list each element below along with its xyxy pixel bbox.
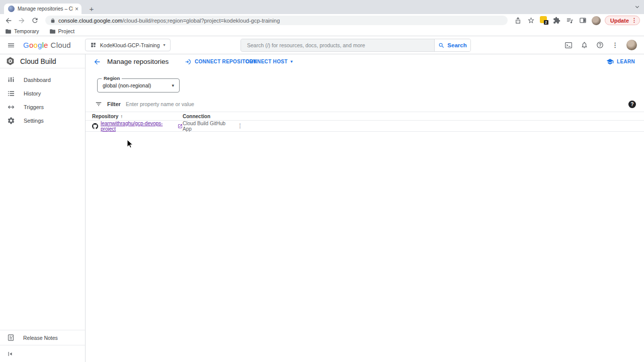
learn-button[interactable]: LEARN <box>606 54 635 69</box>
browser-toolbar: console.cloud.google.com/cloud-build/rep… <box>0 14 644 27</box>
sidebar-nav: Dashboard History Triggers Settings <box>0 68 85 127</box>
sidebar-item-dashboard[interactable]: Dashboard <box>0 73 85 86</box>
extensions-puzzle-icon[interactable] <box>552 16 561 25</box>
logo-letter: G <box>23 41 29 49</box>
product-name: Cloud Build <box>20 57 56 65</box>
column-header-connection: Connection <box>183 114 235 119</box>
table-row: learnwithraghu/gcp-devops-project Cloud … <box>86 121 644 132</box>
logo-letter: e <box>44 41 48 49</box>
sidebar: Cloud Build Dashboard History Triggers S… <box>0 54 86 362</box>
project-selector[interactable]: KodeKloud-GCP-Training ▾ <box>85 39 171 51</box>
connect-repository-icon <box>185 58 192 65</box>
region-dropdown[interactable]: Region global (non-regional) ▾ <box>97 78 180 93</box>
page-title: Manage repositories <box>107 58 169 65</box>
main-content: Region global (non-regional) ▾ Filter ? … <box>86 69 644 362</box>
sidebar-item-history[interactable]: History <box>0 86 85 100</box>
gear-icon <box>7 117 15 125</box>
sidebar-item-label: Release Notes <box>23 335 58 341</box>
bookmarks-bar: Temporary Project <box>0 27 644 36</box>
search-button[interactable]: Search <box>434 39 470 51</box>
gcp-favicon-icon <box>8 6 15 12</box>
logo-cloud-text: Cloud <box>51 41 71 49</box>
folder-icon <box>49 28 56 35</box>
repository-link[interactable]: learnwithraghu/gcp-devops-project <box>101 121 175 132</box>
sidebar-collapse-bar <box>0 345 85 362</box>
chevron-down-icon: ▾ <box>163 43 165 47</box>
new-tab-button[interactable]: + <box>87 4 97 14</box>
share-icon[interactable] <box>514 16 523 25</box>
logo-letter: o <box>33 41 38 49</box>
sidebar-footer: Release Notes <box>0 330 85 345</box>
reload-icon[interactable] <box>30 16 39 25</box>
close-tab-icon[interactable]: × <box>75 6 78 12</box>
filter-input[interactable] <box>126 101 623 107</box>
learn-label: LEARN <box>617 59 635 64</box>
filter-label: Filter <box>107 101 121 107</box>
filter-bar: Filter ? <box>86 99 644 110</box>
extension-badge-icon[interactable]: 2 <box>540 16 548 25</box>
filter-help-icon[interactable]: ? <box>628 101 636 108</box>
forward-icon[interactable] <box>17 16 26 25</box>
history-list-icon <box>7 89 15 98</box>
sort-ascending-icon[interactable]: ↑ <box>120 114 123 119</box>
chevron-down-icon[interactable] <box>634 4 640 10</box>
table-header-row: Repository ↑ Connection <box>86 112 644 121</box>
dashboard-icon <box>7 76 15 84</box>
connection-cell: Cloud Build GitHub App <box>183 121 235 132</box>
sidebar-item-release-notes[interactable]: Release Notes <box>0 330 85 345</box>
google-cloud-logo[interactable]: G o o g l e Cloud <box>23 41 71 49</box>
tab-title: Manage repositories – Cloud B <box>18 6 73 12</box>
region-dropdown-value: global (non-regional) <box>103 82 172 88</box>
filter-icon <box>95 101 102 108</box>
repository-cell: learnwithraghu/gcp-devops-project <box>92 121 183 132</box>
cloud-shell-icon[interactable] <box>565 41 573 49</box>
connect-host-button[interactable]: CONNECT HOST ▾ <box>246 54 293 69</box>
row-menu-icon[interactable]: ⋮ <box>235 122 245 131</box>
region-dropdown-label: Region <box>102 75 122 81</box>
hamburger-menu-icon[interactable] <box>7 41 15 49</box>
browser-avatar[interactable] <box>592 16 601 25</box>
more-vert-icon[interactable]: ⋮ <box>612 41 618 49</box>
sidebar-item-label: Dashboard <box>24 77 51 83</box>
url-path: /cloud-build/repos;region=global?project… <box>122 18 280 24</box>
cloud-build-logo-icon <box>6 56 15 66</box>
project-name: KodeKloud-GCP-Training <box>100 42 160 48</box>
column-header-label: Connection <box>183 114 210 119</box>
chevron-down-icon: ▾ <box>291 59 293 64</box>
media-controls-icon[interactable] <box>566 16 575 25</box>
graduation-cap-icon <box>606 58 614 65</box>
folder-icon <box>5 28 12 35</box>
browser-menu-icon[interactable]: ⋮ <box>631 17 637 24</box>
bookmark-label: Temporary <box>14 28 39 34</box>
account-avatar[interactable] <box>626 40 637 50</box>
triggers-icon <box>7 103 15 111</box>
sidebar-item-triggers[interactable]: Triggers <box>0 100 85 114</box>
project-icon <box>90 42 97 48</box>
help-icon[interactable] <box>596 41 604 49</box>
update-button[interactable]: Update ⋮ <box>605 16 640 25</box>
back-icon[interactable] <box>4 16 13 25</box>
update-button-label: Update <box>610 18 629 24</box>
browser-tab[interactable]: Manage repositories – Cloud B × <box>4 4 82 14</box>
search-button-label: Search <box>447 42 466 48</box>
sidebar-item-settings[interactable]: Settings <box>0 114 85 127</box>
sidebar-item-label: History <box>24 90 41 97</box>
side-panel-icon[interactable] <box>579 16 588 25</box>
bookmark-star-icon[interactable] <box>527 16 536 25</box>
extension-badge-count: 2 <box>544 20 548 25</box>
notifications-bell-icon[interactable] <box>581 41 588 49</box>
repositories-table: Repository ↑ Connection learnwithraghu/g… <box>86 112 644 132</box>
chevron-down-icon: ▾ <box>172 83 174 88</box>
bookmark-folder-project[interactable]: Project <box>49 28 75 35</box>
back-arrow-icon[interactable] <box>92 56 103 67</box>
page-header: Manage repositories CONNECT REPOSITORY C… <box>86 54 644 69</box>
external-link-icon[interactable] <box>178 124 183 129</box>
console-search: Search <box>240 39 471 52</box>
url-text: console.cloud.google.com/cloud-build/rep… <box>58 18 280 24</box>
search-input[interactable] <box>241 39 434 51</box>
bookmark-folder-temporary[interactable]: Temporary <box>5 28 39 35</box>
collapse-panel-icon[interactable] <box>7 350 14 357</box>
url-bar[interactable]: console.cloud.google.com/cloud-build/rep… <box>45 16 508 25</box>
column-header-repository[interactable]: Repository ↑ <box>92 114 183 119</box>
column-header-label: Repository <box>92 114 118 119</box>
